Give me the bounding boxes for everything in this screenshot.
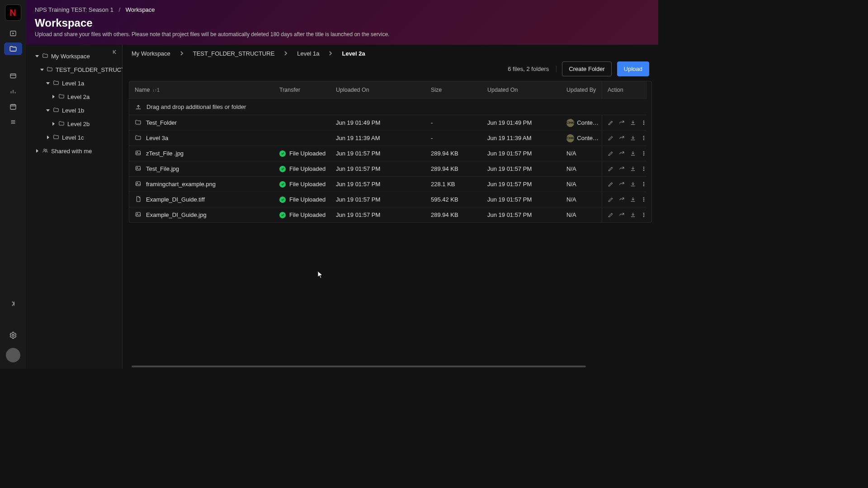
rail-item-play[interactable] xyxy=(4,27,22,40)
tree-node-level-1c[interactable]: Level 1c xyxy=(26,131,122,144)
svg-point-37 xyxy=(643,155,644,155)
cell-name[interactable]: Test_Folder xyxy=(129,115,274,130)
tree-node-test-folder-structure[interactable]: TEST_FOLDER_STRUCTURE xyxy=(26,63,122,76)
horizontal-scrollbar[interactable] xyxy=(132,366,586,367)
page-title: Workspace xyxy=(35,17,649,29)
rail-item-chart[interactable] xyxy=(4,85,22,98)
tree-node-level-1b[interactable]: Level 1b xyxy=(26,103,122,117)
col-name[interactable]: Name ↓↑1 xyxy=(129,81,274,99)
cell-updated-on: Jun 19 01:49 PM xyxy=(482,115,561,130)
download-icon[interactable] xyxy=(630,135,636,141)
download-icon[interactable] xyxy=(630,181,636,188)
caret-down-icon[interactable] xyxy=(35,54,39,58)
crumb-level-1a[interactable]: Level 1a xyxy=(297,50,319,57)
tree-node-shared[interactable]: Shared with me xyxy=(26,144,122,158)
crumb-test-folder-structure[interactable]: TEST_FOLDER_STRUCTURE xyxy=(193,50,275,57)
tree-node-level-2a[interactable]: Level 2a xyxy=(26,90,122,103)
cell-name[interactable]: Level 3a xyxy=(129,130,274,145)
col-updated-on[interactable]: Updated On xyxy=(482,81,561,99)
cell-name[interactable]: Example_DI_Guide.tiff xyxy=(129,192,274,207)
caret-down-icon[interactable] xyxy=(46,81,50,85)
share-icon[interactable] xyxy=(618,150,625,157)
download-icon[interactable] xyxy=(630,119,636,126)
svg-point-35 xyxy=(643,151,644,152)
cell-name[interactable]: Test_File.jpg xyxy=(129,161,274,176)
edit-icon[interactable] xyxy=(608,181,614,188)
share-icon[interactable] xyxy=(618,165,625,172)
more-icon[interactable] xyxy=(641,196,647,203)
user-avatar[interactable] xyxy=(6,348,20,362)
tree-label: My Workspace xyxy=(51,53,90,60)
tree-node-my-workspace[interactable]: My Workspace xyxy=(26,49,122,63)
svg-marker-1 xyxy=(12,33,14,35)
folder-icon xyxy=(53,134,59,141)
cell-uploaded-on: Jun 19 01:57 PM xyxy=(330,192,425,207)
more-icon[interactable] xyxy=(641,135,647,141)
col-transfer[interactable]: Transfer xyxy=(274,81,330,99)
tree-node-level-1a[interactable]: Level 1a xyxy=(26,76,122,90)
caret-down-icon[interactable] xyxy=(40,68,44,71)
caret-down-icon[interactable] xyxy=(46,108,50,112)
cell-size: - xyxy=(425,130,482,145)
col-updated-by[interactable]: Updated By xyxy=(561,81,602,99)
edit-icon[interactable] xyxy=(608,165,614,172)
cell-transfer xyxy=(274,115,330,130)
edit-icon[interactable] xyxy=(608,119,614,126)
edit-icon[interactable] xyxy=(608,150,614,157)
upload-button[interactable]: Upload xyxy=(617,61,649,76)
more-icon[interactable] xyxy=(641,150,647,157)
cell-name[interactable]: zTest_File .jpg xyxy=(129,145,274,161)
download-icon[interactable] xyxy=(630,211,636,218)
caret-right-icon[interactable] xyxy=(35,149,39,153)
tree-node-level-2b[interactable]: Level 2b xyxy=(26,117,122,131)
crumb-project[interactable]: NPS Training TEST: Season 1 xyxy=(35,6,113,13)
rail-item-list[interactable] xyxy=(4,116,22,128)
tree-label: Level 2b xyxy=(67,121,90,127)
share-icon[interactable] xyxy=(618,119,625,126)
share-icon[interactable] xyxy=(618,196,625,203)
caret-right-icon[interactable] xyxy=(46,136,50,139)
caret-right-icon[interactable] xyxy=(51,122,56,126)
chevron-right-icon xyxy=(179,50,184,57)
svg-marker-19 xyxy=(46,82,50,84)
page-subtitle: Upload and share your files with others.… xyxy=(35,31,649,38)
share-icon[interactable] xyxy=(618,135,625,141)
more-icon[interactable] xyxy=(641,165,647,172)
crumb-my-workspace[interactable]: My Workspace xyxy=(132,50,170,57)
folder-icon xyxy=(58,120,65,128)
col-uploaded-on[interactable]: Uploaded On xyxy=(330,81,425,99)
cell-name[interactable]: framingchart_example.png xyxy=(129,176,274,192)
more-icon[interactable] xyxy=(641,181,647,188)
svg-marker-21 xyxy=(46,109,50,112)
rail-item-expand[interactable] xyxy=(4,297,22,310)
more-icon[interactable] xyxy=(641,119,647,126)
svg-point-27 xyxy=(643,121,644,122)
settings-icon[interactable] xyxy=(4,329,22,342)
share-icon[interactable] xyxy=(618,211,625,218)
collapse-panel-icon[interactable] xyxy=(111,48,118,57)
cell-action xyxy=(602,161,647,176)
create-folder-button[interactable]: Create Folder xyxy=(562,61,611,76)
rail-item-card[interactable] xyxy=(4,70,22,82)
share-icon[interactable] xyxy=(618,181,625,188)
edit-icon[interactable] xyxy=(608,211,614,218)
app-logo[interactable]: N xyxy=(5,5,21,21)
col-size[interactable]: Size xyxy=(425,81,482,99)
cell-name[interactable]: Example_DI_Guide.jpg xyxy=(129,207,274,222)
edit-icon[interactable] xyxy=(608,135,614,141)
file-name: Test_Folder xyxy=(146,119,177,126)
rail-item-folder[interactable] xyxy=(4,42,22,55)
download-icon[interactable] xyxy=(630,165,636,172)
download-icon[interactable] xyxy=(630,196,636,203)
rail-item-calendar[interactable] xyxy=(4,100,22,113)
file-name: framingchart_example.png xyxy=(146,181,216,188)
drop-zone[interactable]: Drag and drop additional files or folder xyxy=(129,99,647,115)
cell-size: - xyxy=(425,115,482,130)
folder-icon xyxy=(42,52,48,60)
edit-icon[interactable] xyxy=(608,196,614,203)
svg-rect-43 xyxy=(136,182,141,186)
download-icon[interactable] xyxy=(630,150,636,157)
folder-icon xyxy=(53,107,59,114)
caret-right-icon[interactable] xyxy=(51,95,56,99)
more-icon[interactable] xyxy=(641,211,647,218)
